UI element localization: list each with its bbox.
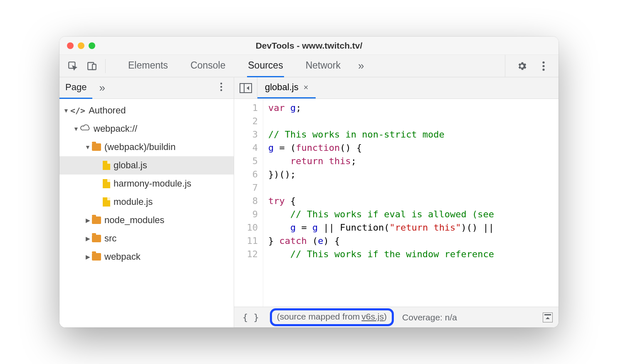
editor-tab-label: global.js — [265, 82, 299, 93]
tree-label: src — [104, 233, 116, 244]
svg-point-7 — [220, 86, 222, 87]
tree-label: module.js — [114, 197, 153, 207]
navigator-menu-icon[interactable] — [213, 82, 230, 94]
tree-origin-webpack[interactable]: ▼ webpack:// — [59, 120, 234, 138]
folder-icon — [92, 143, 101, 151]
svg-rect-11 — [544, 314, 551, 315]
chevron-right-icon: ▶ — [84, 253, 92, 260]
mapped-prefix: (source mapped from — [277, 312, 360, 322]
device-toolbar-icon[interactable] — [86, 60, 98, 72]
tree-label: global.js — [114, 160, 147, 171]
chevron-down-icon: ▼ — [84, 144, 92, 150]
kebab-menu-icon[interactable] — [538, 60, 549, 72]
folder-icon — [92, 253, 101, 261]
tree-label: Authored — [89, 105, 126, 116]
separator — [105, 59, 106, 73]
code-line[interactable] — [268, 181, 559, 194]
code-content[interactable]: var g; // This works in non-strict modeg… — [263, 99, 559, 307]
editor-tabbar: global.js × — [234, 77, 559, 99]
code-line[interactable]: // This works if eval is allowed (see — [268, 208, 559, 221]
tree-file[interactable]: module.js — [59, 193, 234, 211]
navigator-sidebar: Page » ▼ </> Authored ▼ web — [59, 77, 234, 327]
tree-label: (webpack)/buildin — [104, 142, 176, 152]
close-window-button[interactable] — [67, 42, 74, 49]
body: Page » ▼ </> Authored ▼ web — [59, 77, 559, 327]
source-map-link[interactable]: v6s.js — [361, 312, 384, 322]
coverage-label: Coverage: n/a — [402, 312, 457, 322]
main-tab-elements[interactable]: Elements — [127, 55, 169, 77]
chevron-down-icon: ▼ — [62, 107, 70, 114]
svg-point-4 — [542, 65, 544, 67]
code-icon: </> — [70, 106, 85, 116]
tree-folder[interactable]: ▶src — [59, 229, 234, 248]
editor-tab-globaljs[interactable]: global.js × — [257, 77, 316, 98]
tree-file[interactable]: harmony-module.js — [59, 175, 234, 193]
pretty-print-button[interactable]: { } — [240, 312, 262, 322]
svg-point-6 — [220, 82, 222, 84]
file-icon — [103, 197, 110, 207]
tree-folder[interactable]: ▶webpack — [59, 248, 234, 266]
svg-point-8 — [220, 89, 222, 91]
svg-point-3 — [542, 61, 544, 63]
code-line[interactable]: g = g || Function("return this")() || — [268, 221, 559, 234]
inspect-element-icon[interactable] — [67, 60, 79, 72]
file-icon — [103, 179, 110, 188]
svg-point-5 — [542, 69, 544, 71]
chevron-down-icon: ▼ — [72, 125, 80, 132]
code-line[interactable]: g = (function() { — [268, 141, 559, 155]
svg-rect-2 — [92, 64, 96, 69]
svg-rect-9 — [240, 84, 252, 93]
chevron-right-icon: ▶ — [84, 235, 92, 242]
code-line[interactable]: // This works in non-strict mode — [268, 128, 559, 141]
navigator-tab-page[interactable]: Page — [59, 77, 92, 99]
mapped-suffix: ) — [384, 312, 387, 322]
code-line[interactable]: // This works if the window reference — [268, 248, 559, 261]
window-title: DevTools - www.twitch.tv/ — [59, 41, 559, 51]
code-line[interactable]: } catch (e) { — [268, 234, 559, 248]
code-editor[interactable]: 123456789101112 var g; // This works in … — [234, 99, 559, 307]
traffic-lights — [67, 42, 95, 49]
tree-label: harmony-module.js — [114, 178, 191, 189]
main-tab-console[interactable]: Console — [190, 55, 226, 77]
tabs-overflow-icon[interactable]: » — [358, 59, 364, 72]
close-tab-icon[interactable]: × — [304, 83, 309, 92]
toggle-navigator-icon[interactable] — [234, 77, 257, 98]
code-line[interactable]: try { — [268, 194, 559, 208]
tree-label: webpack:// — [94, 123, 137, 134]
code-line[interactable]: return this; — [268, 155, 559, 168]
tree-file[interactable]: global.js — [59, 156, 234, 175]
zoom-window-button[interactable] — [89, 42, 95, 49]
folder-icon — [92, 235, 101, 242]
tree-folder[interactable]: ▶node_modules — [59, 211, 234, 229]
navigator-tabbar: Page » — [59, 77, 234, 99]
file-icon — [103, 161, 110, 170]
settings-gear-icon[interactable] — [516, 60, 528, 72]
code-line[interactable] — [268, 115, 559, 128]
show-console-drawer-icon[interactable] — [543, 312, 553, 322]
tree-label: webpack — [104, 251, 141, 262]
navigator-tabs-overflow-icon[interactable]: » — [92, 81, 111, 94]
editor-footer: { } (source mapped from v6s.js ) Coverag… — [234, 307, 559, 327]
code-line[interactable]: var g; — [268, 101, 559, 115]
folder-icon — [92, 216, 101, 224]
tree-folder-buildin[interactable]: ▼ (webpack)/buildin — [59, 138, 234, 156]
editor-panel: global.js × 123456789101112 var g; // Th… — [234, 77, 559, 327]
main-tabstrip: ElementsConsoleSourcesNetwork » — [59, 55, 559, 77]
file-tree[interactable]: ▼ </> Authored ▼ webpack:// ▼ (webpack)/… — [59, 99, 234, 327]
minimize-window-button[interactable] — [78, 42, 84, 49]
main-tab-network[interactable]: Network — [305, 55, 341, 77]
chevron-right-icon: ▶ — [84, 217, 92, 224]
line-number-gutter: 123456789101112 — [234, 99, 263, 307]
code-line[interactable]: })(); — [268, 168, 559, 181]
main-tab-sources[interactable]: Sources — [247, 55, 284, 77]
tree-root-authored[interactable]: ▼ </> Authored — [59, 101, 234, 120]
devtools-window: DevTools - www.twitch.tv/ ElementsConsol… — [59, 37, 559, 327]
titlebar: DevTools - www.twitch.tv/ — [59, 37, 559, 55]
source-map-indicator: (source mapped from v6s.js ) — [270, 308, 394, 326]
tree-label: node_modules — [104, 215, 164, 226]
cloud-icon — [80, 123, 91, 134]
